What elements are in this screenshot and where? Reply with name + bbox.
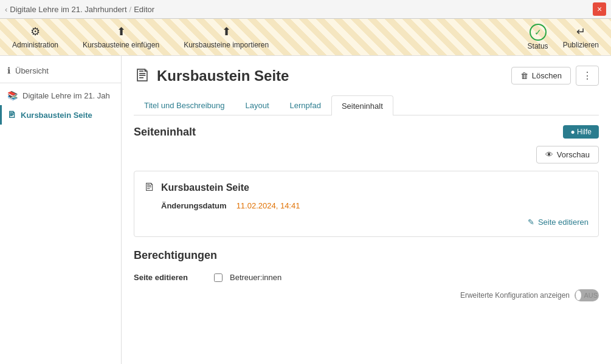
- adv-config-label: Erweiterte Konfiguration anzeigen: [460, 291, 570, 300]
- toolbar-right: ✓ Status ↵ Publizieren: [528, 22, 604, 52]
- publish-button[interactable]: ↵ Publizieren: [558, 22, 604, 52]
- title-bar: ‹ Digitale Lehre im 21. Jahrhundert / Ed…: [0, 0, 611, 19]
- vorschau-row: 👁 Vorschau: [134, 146, 599, 163]
- tab-titel[interactable]: Titel und Beschreibung: [134, 95, 235, 115]
- card-title-row: 🖹 Kursbaustein Seite: [144, 181, 589, 194]
- edit-icon: ✎: [528, 218, 534, 227]
- administration-button[interactable]: ⚙ Administration: [7, 22, 63, 52]
- hilfe-button[interactable]: ● Hilfe: [563, 125, 599, 139]
- edit-label: Seite editieren: [538, 218, 589, 227]
- card-meta: Änderungsdatum 11.02.2024, 14:41: [144, 201, 589, 210]
- delete-label: Löschen: [532, 71, 562, 80]
- toggle-label: AUS: [584, 292, 598, 299]
- edit-page-button[interactable]: ✎ Seite editieren: [528, 218, 589, 227]
- section-title: Seiteninhalt: [134, 126, 196, 139]
- content-card: 🖹 Kursbaustein Seite Änderungsdatum 11.0…: [134, 171, 599, 237]
- breadcrumb-editor: Editor: [134, 5, 154, 14]
- sidebar-divider: [0, 83, 121, 83]
- close-button[interactable]: ×: [593, 2, 606, 16]
- back-chevron[interactable]: ‹: [5, 5, 7, 14]
- overview-label: Übersicht: [15, 66, 49, 75]
- insert-label: Kursbausteine einfügen: [83, 41, 159, 49]
- tab-layout[interactable]: Layout: [235, 95, 280, 115]
- sidebar-item-page[interactable]: 🖹 Kursbaustein Seite: [0, 105, 121, 125]
- card-actions: ✎ Seite editieren: [144, 218, 589, 227]
- trash-icon: 🗑: [520, 71, 528, 80]
- page-header: 🖹 Kursbaustein Seite 🗑 Löschen ⋮: [134, 66, 599, 86]
- berechtigungen-section: Berechtigungen Seite editieren Betreuer:…: [134, 249, 599, 305]
- vorschau-label: Vorschau: [557, 150, 590, 159]
- page-header-actions: 🗑 Löschen ⋮: [511, 66, 599, 86]
- tab-seiteninhalt[interactable]: Seiteninhalt: [331, 95, 393, 115]
- breadcrumb-course[interactable]: Digitale Lehre im 21. Jahrhundert: [10, 5, 126, 14]
- permission-label: Seite editieren: [134, 273, 207, 282]
- meta-label: Änderungsdatum: [161, 201, 227, 210]
- tab-lernpfad[interactable]: Lernpfad: [280, 95, 331, 115]
- import-icon: ⬆: [222, 25, 231, 38]
- insert-blocks-button[interactable]: ⬆ Kursbausteine einfügen: [78, 22, 164, 52]
- main-layout: ℹ Übersicht 📚 Digitale Lehre im 21. Jah …: [0, 56, 611, 364]
- info-icon: ℹ: [7, 66, 10, 75]
- course-label: Digitale Lehre im 21. Jah: [22, 91, 110, 100]
- course-icon: 📚: [7, 91, 18, 100]
- content-area: 🖹 Kursbaustein Seite 🗑 Löschen ⋮ Titel u…: [122, 56, 611, 364]
- more-button[interactable]: ⋮: [576, 66, 599, 86]
- card-document-icon: 🖹: [144, 181, 155, 194]
- status-label: Status: [528, 42, 548, 50]
- status-button[interactable]: ✓ Status: [528, 24, 548, 50]
- hilfe-label: ● Hilfe: [570, 128, 592, 136]
- import-label: Kursbausteine importieren: [184, 41, 269, 49]
- sidebar: ℹ Übersicht 📚 Digitale Lehre im 21. Jah …: [0, 56, 122, 364]
- toggle-advanced-config[interactable]: AUS: [575, 289, 599, 301]
- toggle-knob: [576, 290, 581, 300]
- gear-icon: ⚙: [30, 25, 40, 38]
- section-header: Seiteninhalt ● Hilfe: [134, 125, 599, 139]
- document-icon: 🖹: [134, 66, 151, 86]
- card-title: Kursbaustein Seite: [161, 182, 249, 193]
- advanced-config-row: Erweiterte Konfiguration anzeigen AUS: [134, 286, 599, 305]
- administration-label: Administration: [12, 41, 58, 49]
- permission-role: Betreuer:innen: [230, 273, 281, 282]
- vorschau-button[interactable]: 👁 Vorschau: [536, 146, 599, 163]
- insert-icon: ⬆: [117, 25, 126, 38]
- sidebar-item-course[interactable]: 📚 Digitale Lehre im 21. Jah: [0, 86, 121, 105]
- sidebar-item-overview[interactable]: ℹ Übersicht: [0, 61, 121, 80]
- permission-checkbox[interactable]: [214, 273, 223, 282]
- berechtigungen-title: Berechtigungen: [134, 249, 599, 262]
- tabs: Titel und Beschreibung Layout Lernpfad S…: [134, 95, 599, 115]
- toolbar: ⚙ Administration ⬆ Kursbausteine einfüge…: [0, 19, 611, 56]
- import-blocks-button[interactable]: ⬆ Kursbausteine importieren: [179, 22, 274, 52]
- eye-icon: 👁: [545, 150, 553, 159]
- publish-label: Publizieren: [563, 41, 599, 49]
- meta-value: 11.02.2024, 14:41: [236, 201, 300, 210]
- breadcrumb-sep: /: [129, 5, 132, 14]
- status-check-icon: ✓: [530, 24, 547, 41]
- delete-button[interactable]: 🗑 Löschen: [511, 67, 571, 84]
- publish-icon: ↵: [576, 25, 585, 38]
- page-label: Kursbaustein Seite: [21, 111, 92, 120]
- page-title: Kursbaustein Seite: [157, 67, 289, 84]
- page-icon: 🖹: [7, 110, 16, 120]
- page-title-area: 🖹 Kursbaustein Seite: [134, 66, 511, 86]
- permission-row: Seite editieren Betreuer:innen: [134, 269, 599, 286]
